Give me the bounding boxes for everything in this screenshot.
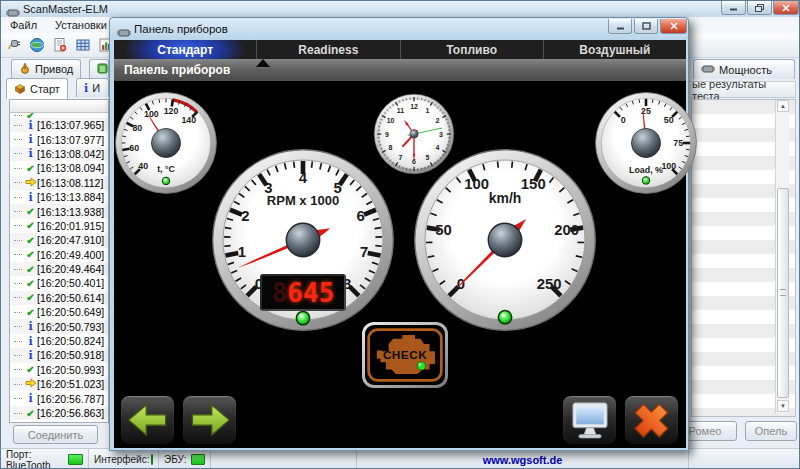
svg-text:0: 0	[621, 115, 626, 125]
log-list[interactable]: ✔i[16:13:07.965]i[16:13:07.977]i[16:13:0…	[10, 113, 108, 422]
scroll-up-icon[interactable]: ▲	[777, 100, 789, 112]
log-item[interactable]: ✔[16:13:08.094]	[10, 161, 108, 175]
rpm-digital-display: 8645	[260, 274, 346, 311]
svg-text:140: 140	[181, 115, 196, 125]
document-icon[interactable]	[50, 36, 70, 54]
dialog-exit-button[interactable]	[624, 395, 679, 445]
minimize-button[interactable]	[721, 1, 746, 15]
log-item[interactable]: [16:13:08.112]	[10, 176, 108, 190]
next-page-button[interactable]	[182, 395, 237, 445]
dialog-title-bar[interactable]: Панель приборов	[110, 18, 688, 40]
svg-text:1: 1	[426, 107, 430, 114]
log-item[interactable]: ✔[16:13:13.938]	[10, 204, 108, 218]
results-scrollbar[interactable]: ▲ ▼	[775, 100, 789, 414]
log-item[interactable]: i[16:13:13.884]	[10, 190, 108, 204]
tab-air[interactable]: Воздушный	[544, 40, 686, 59]
dialog-minimize-button[interactable]	[608, 19, 632, 34]
log-item[interactable]: i[16:20:50.918]	[10, 348, 108, 362]
grid-icon[interactable]	[73, 36, 93, 54]
log-item[interactable]: ✔[16:20:49.400]	[10, 248, 108, 262]
menu-item-settings[interactable]: Установки	[46, 19, 116, 31]
tab-info-partial[interactable]: i И	[76, 78, 109, 97]
svg-text:RPM x 1000: RPM x 1000	[267, 193, 339, 208]
fullscreen-button[interactable]	[562, 395, 617, 445]
log-item[interactable]: ✔[16:20:47.910]	[10, 233, 108, 247]
chip-icon	[701, 64, 715, 76]
dashboard-dialog: Панель приборов Стандарт Readiness Топли…	[109, 17, 689, 451]
tab-green-partial[interactable]	[89, 59, 109, 78]
svg-text:40: 40	[138, 161, 148, 171]
tab-standard[interactable]: Стандарт	[114, 40, 257, 59]
log-item[interactable]: i[16:20:56.787]	[10, 391, 108, 405]
temperature-gauge: 406080100120140t, °C	[114, 91, 218, 195]
ecu-status-label: ЭБУ:	[164, 454, 186, 465]
status-bar: Порт: BlueTooth Интерфейс: ЭБУ: www.wgso…	[1, 448, 800, 469]
dialog-maximize-button[interactable]	[634, 19, 658, 34]
scroll-down-icon[interactable]: ▼	[777, 400, 789, 412]
log-item[interactable]: ✔[16:20:50.401]	[10, 276, 108, 290]
check-engine-icon: CHECK	[365, 325, 445, 385]
arrow-left-icon	[123, 398, 173, 442]
log-item[interactable]: ✔[16:20:50.614]	[10, 291, 108, 305]
log-item[interactable]: i[16:20:50.824]	[10, 334, 108, 348]
svg-text:3: 3	[439, 131, 443, 138]
tab-drive[interactable]: Привод	[11, 59, 81, 78]
dialog-title: Панель приборов	[134, 23, 228, 35]
check-engine-button[interactable]: CHECK	[362, 322, 448, 388]
log-item[interactable]: i[16:13:07.977]	[10, 132, 108, 146]
log-item[interactable]: i[16:13:08.042]	[10, 147, 108, 161]
svg-text:10: 10	[387, 117, 395, 124]
active-tab-pointer-icon	[256, 59, 270, 67]
tab-fuel[interactable]: Топливо	[401, 40, 544, 59]
tab-power[interactable]: Мощность	[693, 59, 795, 79]
log-item[interactable]: [16:20:51.023]	[10, 377, 108, 391]
log-item[interactable]: ✔[16:20:50.993]	[10, 363, 108, 377]
svg-text:200: 200	[554, 222, 579, 238]
svg-text:80: 80	[132, 123, 142, 133]
maximize-button[interactable]	[747, 1, 772, 15]
dialog-tab-bar: Стандарт Readiness Топливо Воздушный	[114, 40, 686, 60]
log-panel: ✔i[16:13:07.965]i[16:13:07.977]i[16:13:0…	[9, 99, 109, 423]
svg-text:50: 50	[664, 115, 674, 125]
plug-icon[interactable]	[4, 36, 24, 54]
svg-text:km/h: km/h	[489, 190, 522, 206]
port-status-label: Порт: BlueTooth	[6, 449, 63, 469]
menu-item-file[interactable]: Файл	[1, 19, 46, 31]
scroll-thumb[interactable]	[777, 188, 789, 398]
svg-text:100: 100	[144, 109, 159, 119]
svg-text:2: 2	[436, 117, 440, 124]
svg-text:75: 75	[673, 138, 683, 148]
speed-gauge: 050100150200250km/h	[412, 147, 598, 333]
arrow-right-icon	[185, 398, 235, 442]
svg-text:4: 4	[299, 170, 308, 186]
ecu-led	[191, 454, 205, 465]
dialog-section-header: Панель приборов	[114, 59, 686, 81]
tab-readiness[interactable]: Readiness	[257, 40, 400, 59]
interface-status-label: Интерфейс:	[94, 454, 149, 465]
tab-start[interactable]: Старт	[6, 78, 68, 99]
svg-text:150: 150	[521, 176, 546, 192]
opel-button[interactable]: Опель	[745, 421, 797, 441]
port-led	[68, 454, 83, 465]
connect-button[interactable]: Соединить	[13, 425, 98, 444]
window-title: ScanMaster-ELM	[23, 3, 108, 15]
start-icon	[14, 83, 26, 96]
window-close-button[interactable]	[773, 1, 799, 15]
dialog-close-button[interactable]	[660, 19, 687, 34]
log-item[interactable]: i[16:20:50.793]	[10, 319, 108, 333]
website-link[interactable]: www.wgsoft.de	[483, 454, 563, 466]
log-header	[10, 100, 108, 113]
globe-icon[interactable]	[27, 36, 47, 54]
prev-page-button[interactable]	[120, 395, 175, 445]
x-icon	[628, 398, 676, 442]
log-item[interactable]: ✔[16:20:49.464]	[10, 262, 108, 276]
list-green-icon	[97, 63, 108, 76]
log-item[interactable]: i[16:13:07.965]	[10, 118, 108, 132]
log-item[interactable]: ✔[16:20:01.915]	[10, 219, 108, 233]
svg-text:50: 50	[435, 222, 452, 238]
log-item[interactable]: ✔[16:20:50.649]	[10, 305, 108, 319]
svg-text:7: 7	[399, 154, 403, 161]
log-item[interactable]: ✔[16:20:56.863]	[10, 406, 108, 420]
monitor-icon	[566, 398, 614, 442]
svg-text:100: 100	[661, 161, 676, 171]
